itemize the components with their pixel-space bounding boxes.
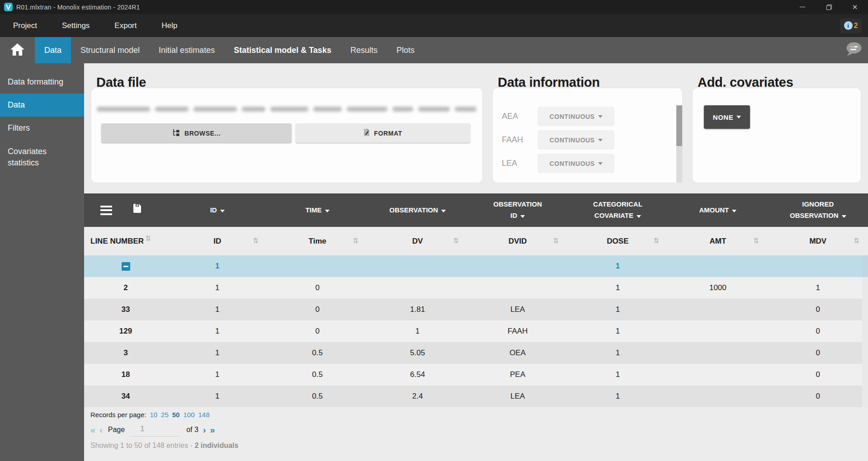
menu-settings[interactable]: Settings	[50, 21, 101, 30]
chat-bubble-icon	[845, 42, 862, 58]
sidebar-item-data-formatting[interactable]: Data formatting	[0, 71, 84, 94]
sort-icon[interactable]: ⇅	[753, 237, 760, 244]
column-type-amount[interactable]: AMOUNT	[668, 193, 768, 227]
scrollbar-thumb[interactable]	[862, 255, 868, 277]
column-type-observation-id[interactable]: OBSERVATION ID	[467, 193, 567, 227]
tab-initial-estimates[interactable]: Initial estimates	[149, 37, 224, 63]
feedback-button[interactable]	[845, 37, 862, 63]
column-line-number[interactable]: LINE NUMBER⇅	[84, 227, 167, 255]
column-time[interactable]: Time⇅	[267, 227, 367, 255]
records-option-148[interactable]: 148	[198, 411, 210, 419]
table-row[interactable]: 18 1 0.5 6.54 PEA 1 0	[84, 364, 868, 386]
sort-icon[interactable]: ⇅	[252, 237, 259, 244]
records-option-10[interactable]: 10	[150, 411, 157, 419]
scrollbar-thumb[interactable]	[676, 105, 682, 146]
table-row-selected[interactable]: 1 1	[84, 255, 868, 277]
folder-tree-icon	[172, 129, 180, 138]
collapse-row-icon[interactable]	[122, 262, 130, 271]
column-type-ignored-observation[interactable]: IGNORED OBSERVATION	[768, 193, 868, 227]
add-covariates-title: Add. covariates	[698, 75, 793, 90]
sort-icon[interactable]: ⇅	[652, 237, 660, 244]
data-file-path-field[interactable]	[97, 105, 476, 113]
format-label: FORMAT	[374, 130, 402, 137]
records-option-100[interactable]: 100	[183, 411, 194, 419]
sidebar-item-filters[interactable]: Filters	[0, 117, 84, 140]
sidebar-item-data[interactable]: Data	[0, 94, 84, 117]
add-covariates-value: NONE	[713, 113, 733, 121]
data-file-panel: Data file BROWSE... FOR	[91, 88, 482, 183]
close-button[interactable]: ✕	[842, 0, 868, 14]
notification-count: 2	[854, 22, 858, 30]
sidebar-item-covariates-statistics[interactable]: Covariates statistics	[0, 140, 84, 174]
lea-type-value: CONTINUOUS	[549, 160, 594, 167]
tab-structural-model[interactable]: Structural model	[71, 37, 149, 63]
column-label: MDV	[809, 237, 826, 246]
table-menu-icon[interactable]	[100, 206, 112, 215]
column-mdv[interactable]: MDV⇅	[768, 227, 868, 255]
sort-icon[interactable]: ⇅	[552, 237, 560, 244]
menu-project[interactable]: Project	[1, 21, 49, 30]
lea-type-dropdown[interactable]: CONTINUOUS	[538, 154, 614, 173]
column-label: ID	[213, 237, 221, 246]
column-type-categorical-covariate[interactable]: CATEGORICAL COVARIATE	[568, 193, 668, 227]
save-icon[interactable]	[133, 204, 141, 216]
tab-results[interactable]: Results	[341, 37, 387, 63]
column-type-id[interactable]: ID	[167, 193, 267, 227]
chevron-down-icon	[220, 210, 225, 212]
data-information-scrollbar[interactable]	[676, 105, 682, 183]
column-label: LINE NUMBER	[90, 237, 144, 246]
menu-help[interactable]: Help	[150, 21, 189, 30]
column-id[interactable]: ID⇅	[167, 227, 267, 255]
menu-export[interactable]: Export	[103, 21, 148, 30]
last-page-button[interactable]: »	[210, 425, 215, 434]
column-type-time[interactable]: TIME	[267, 193, 367, 227]
column-type-observation[interactable]: OBSERVATION	[368, 193, 467, 227]
data-information-title: Data information	[498, 75, 600, 90]
browse-label: BROWSE...	[184, 130, 221, 137]
info-icon: i	[844, 21, 853, 30]
table-row[interactable]: 129 1 0 1 FAAH 1 0	[84, 320, 868, 342]
column-type-label: AMOUNT	[699, 206, 729, 214]
monolix-logo-icon	[4, 3, 13, 11]
column-type-label: TIME	[306, 206, 322, 214]
column-dv[interactable]: DV⇅	[368, 227, 467, 255]
tab-statistical-model-tasks[interactable]: Statistical model & Tasks	[224, 37, 341, 63]
first-page-button[interactable]: «	[90, 425, 95, 434]
tab-plots[interactable]: Plots	[387, 37, 424, 63]
column-label: DOSE	[607, 237, 628, 246]
home-icon	[10, 43, 25, 58]
table-row[interactable]: 2 1 0 1 1000 1	[84, 277, 868, 299]
notifications-button[interactable]: i 2	[840, 19, 862, 33]
table-scrollbar[interactable]	[862, 255, 868, 407]
table-row[interactable]: 3 1 0.5 5.05 OEA 1 0	[84, 342, 868, 364]
browse-button[interactable]: BROWSE...	[101, 123, 292, 143]
minimize-button[interactable]	[789, 0, 816, 14]
column-label: DV	[412, 237, 423, 246]
column-dose[interactable]: DOSE⇅	[568, 227, 668, 255]
add-covariates-dropdown[interactable]: NONE	[704, 105, 750, 129]
sort-icon[interactable]: ⇅	[452, 237, 459, 244]
sort-icon[interactable]: ⇅	[352, 237, 359, 244]
aea-type-dropdown[interactable]: CONTINUOUS	[538, 107, 614, 126]
column-amt[interactable]: AMT⇅	[668, 227, 768, 255]
data-file-title: Data file	[96, 75, 146, 90]
sort-icon[interactable]: ⇅	[145, 235, 152, 242]
home-button[interactable]	[0, 37, 35, 63]
next-page-button[interactable]: ›	[203, 425, 206, 434]
chevron-down-icon	[598, 139, 603, 141]
table-row[interactable]: 34 1 0.5 2.4 LEA 1 0	[84, 386, 868, 407]
sort-icon[interactable]: ⇅	[853, 237, 860, 244]
tab-data[interactable]: Data	[35, 37, 71, 63]
column-type-label: IGNORED OBSERVATION	[790, 200, 839, 219]
column-dvid[interactable]: DVID⇅	[467, 227, 567, 255]
records-option-50[interactable]: 50	[172, 411, 180, 419]
previous-page-button[interactable]: ‹	[99, 425, 103, 434]
format-button[interactable]: FORMAT	[296, 123, 470, 143]
faah-type-dropdown[interactable]: CONTINUOUS	[538, 130, 614, 150]
page-number-input[interactable]	[129, 423, 179, 437]
maximize-button[interactable]	[816, 0, 842, 14]
table-row[interactable]: 33 1 0 1.81 LEA 1 0	[84, 299, 868, 320]
column-label: AMT	[709, 237, 726, 246]
records-option-25[interactable]: 25	[161, 411, 169, 419]
data-information-panel: Data information AEA CONTINUOUS FAAH CON…	[493, 88, 682, 183]
